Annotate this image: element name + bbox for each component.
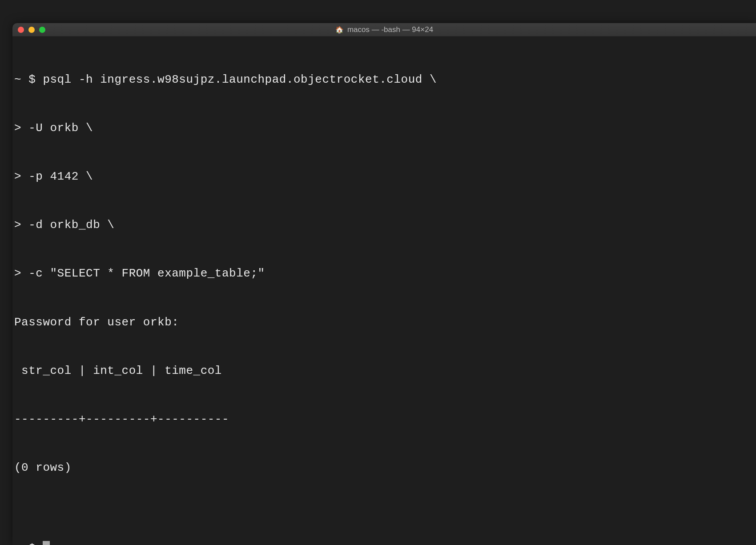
terminal-line: ---------+---------+---------- [14, 411, 754, 427]
terminal-prompt-line: ~ $ [14, 541, 754, 545]
traffic-lights [18, 27, 45, 33]
terminal-line: > -p 4142 \ [14, 168, 754, 184]
terminal-line: str_col | int_col | time_col [14, 363, 754, 379]
maximize-button[interactable] [39, 27, 45, 33]
title-bar[interactable]: 🏠 macos — -bash — 94×24 [12, 23, 756, 36]
terminal-prompt: ~ $ [14, 542, 43, 545]
terminal-line: > -c "SELECT * FROM example_table;" [14, 265, 754, 281]
close-button[interactable] [18, 27, 24, 33]
terminal-body[interactable]: ~ $ psql -h ingress.w98sujpz.launchpad.o… [12, 36, 756, 545]
terminal-line: (0 rows) [14, 460, 754, 476]
window-title-text: macos — -bash — 94×24 [347, 25, 433, 34]
terminal-line: ~ $ psql -h ingress.w98sujpz.launchpad.o… [14, 72, 754, 88]
terminal-line: Password for user orkb: [14, 314, 754, 330]
terminal-cursor [43, 541, 50, 545]
minimize-button[interactable] [28, 27, 35, 33]
window-title: 🏠 macos — -bash — 94×24 [335, 25, 433, 34]
terminal-line: > -d orkb_db \ [14, 217, 754, 233]
terminal-line: > -U orkb \ [14, 120, 754, 136]
terminal-window: 🏠 macos — -bash — 94×24 ~ $ psql -h ingr… [12, 23, 756, 545]
home-icon: 🏠 [335, 26, 344, 34]
